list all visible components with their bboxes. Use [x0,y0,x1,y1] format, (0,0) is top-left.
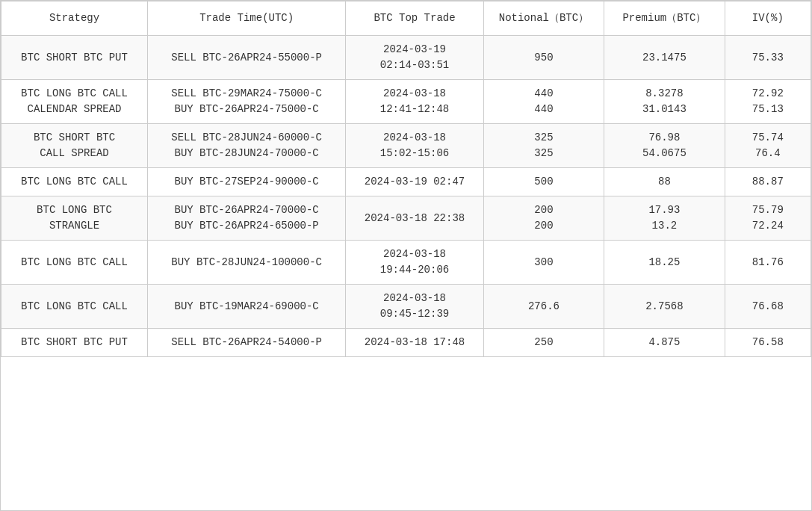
table-cell: 2024-03-18 19:44-20:06 [346,241,484,285]
table-cell: 75.74 76.4 [725,124,811,168]
table-cell: BUY BTC-28JUN24-100000-C [148,241,346,285]
table-cell: BTC LONG BTC STRANGLE [1,196,148,241]
table-row: BTC LONG BTC STRANGLEBUY BTC-26APR24-700… [1,196,811,241]
header-notional: Notional（BTC） [483,1,604,36]
table-cell: 2024-03-19 02:14-03:51 [346,36,484,80]
trades-table: Strategy Trade Time(UTC) BTC Top Trade N… [1,1,811,357]
table-cell: 76.98 54.0675 [604,124,725,168]
header-row: Strategy Trade Time(UTC) BTC Top Trade N… [1,1,811,36]
table-row: BTC SHORT BTC CALL SPREADSELL BTC-28JUN2… [1,124,811,168]
table-row: BTC LONG BTC CALL CALENDAR SPREADSELL BT… [1,80,811,124]
table-row: BTC LONG BTC CALLBUY BTC-27SEP24-90000-C… [1,168,811,196]
table-cell: BTC SHORT BTC PUT [1,329,148,357]
table-cell: 2024-03-18 12:41-12:48 [346,80,484,124]
table-cell: 81.76 [725,241,811,285]
table-cell: BTC SHORT BTC CALL SPREAD [1,124,148,168]
header-trade-time: Trade Time(UTC) [148,1,346,36]
table-cell: 2024-03-19 02:47 [346,168,484,196]
header-btc-top-trade: BTC Top Trade [346,1,484,36]
table-row: BTC LONG BTC CALLBUY BTC-28JUN24-100000-… [1,241,811,285]
header-iv: IV(%) [725,1,811,36]
table-row: BTC SHORT BTC PUTSELL BTC-26APR24-54000-… [1,329,811,357]
table-cell: SELL BTC-26APR24-55000-P [148,36,346,80]
table-cell: 200 200 [483,196,604,241]
table-cell: 276.6 [483,285,604,329]
table-cell: BTC LONG BTC CALL CALENDAR SPREAD [1,80,148,124]
table-cell: 2.7568 [604,285,725,329]
table-cell: 18.25 [604,241,725,285]
table-cell: 88 [604,168,725,196]
table-cell: BTC SHORT BTC PUT [1,36,148,80]
table-cell: SELL BTC-29MAR24-75000-C BUY BTC-26APR24… [148,80,346,124]
table-cell: 88.87 [725,168,811,196]
table-cell: 17.93 13.2 [604,196,725,241]
table-cell: 950 [483,36,604,80]
table-row: BTC SHORT BTC PUTSELL BTC-26APR24-55000-… [1,36,811,80]
table-cell: 72.92 75.13 [725,80,811,124]
table-cell: 76.58 [725,329,811,357]
table-cell: 500 [483,168,604,196]
table-cell: 325 325 [483,124,604,168]
table-cell: BTC LONG BTC CALL [1,241,148,285]
table-cell: 4.875 [604,329,725,357]
table-cell: 8.3278 31.0143 [604,80,725,124]
table-cell: 76.68 [725,285,811,329]
table-cell: BTC LONG BTC CALL [1,168,148,196]
header-strategy: Strategy [1,1,148,36]
table-cell: BUY BTC-26APR24-70000-C BUY BTC-26APR24-… [148,196,346,241]
main-table-container: Strategy Trade Time(UTC) BTC Top Trade N… [0,0,812,511]
table-row: BTC LONG BTC CALLBUY BTC-19MAR24-69000-C… [1,285,811,329]
table-cell: BUY BTC-27SEP24-90000-C [148,168,346,196]
table-cell: 75.79 72.24 [725,196,811,241]
table-cell: SELL BTC-26APR24-54000-P [148,329,346,357]
table-cell: 2024-03-18 22:38 [346,196,484,241]
table-cell: 250 [483,329,604,357]
table-cell: 23.1475 [604,36,725,80]
table-cell: SELL BTC-28JUN24-60000-C BUY BTC-28JUN24… [148,124,346,168]
table-cell: 300 [483,241,604,285]
table-cell: BTC LONG BTC CALL [1,285,148,329]
table-cell: 2024-03-18 15:02-15:06 [346,124,484,168]
table-cell: 75.33 [725,36,811,80]
table-cell: 440 440 [483,80,604,124]
table-cell: BUY BTC-19MAR24-69000-C [148,285,346,329]
table-cell: 2024-03-18 17:48 [346,329,484,357]
table-cell: 2024-03-18 09:45-12:39 [346,285,484,329]
header-premium: Premium（BTC） [604,1,725,36]
